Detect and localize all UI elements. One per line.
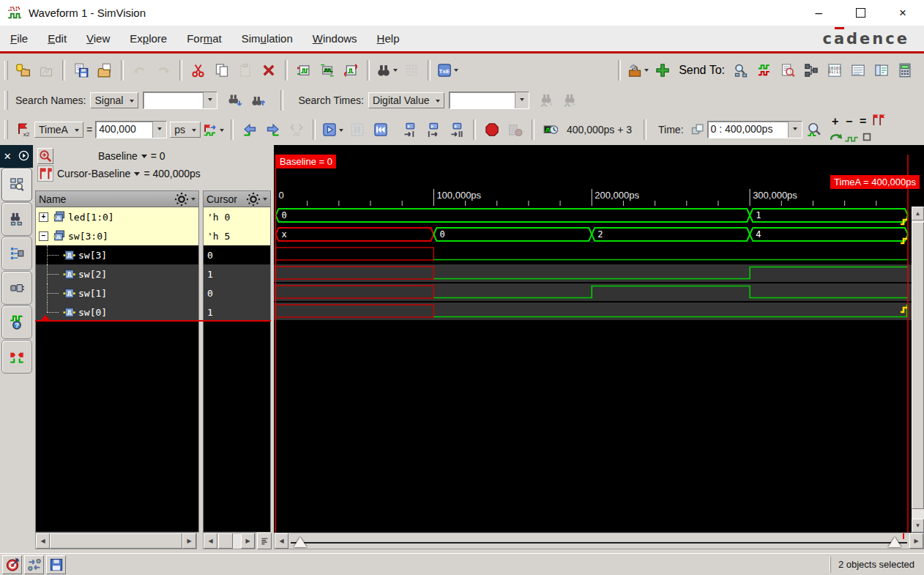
send-to-design-browser-button[interactable] (729, 59, 753, 82)
overview-left-arrow[interactable]: ◀ (275, 533, 288, 549)
minimize-button[interactable]: – (816, 7, 822, 19)
overview-track[interactable] (288, 533, 910, 549)
scroll-up-arrow[interactable]: ▲ (912, 207, 924, 220)
waveform-compare-tab[interactable] (1, 340, 32, 374)
cursor-value-sw[2][interactable]: 1 (204, 264, 270, 283)
save-button[interactable] (70, 59, 93, 82)
group-signals-button[interactable] (316, 59, 339, 82)
scroll-right-arrow[interactable]: ▶ (182, 533, 196, 549)
cursor-time-input[interactable]: 400,000 (95, 121, 167, 138)
name-hscrollbar[interactable]: ◀ ▶ (35, 533, 197, 549)
menu-explore[interactable]: Explore (130, 32, 167, 45)
send-to-register-button[interactable]: 1010101(1) (823, 59, 846, 82)
combo-dropdown-button[interactable] (203, 92, 217, 108)
zoom-out-button[interactable]: − (843, 115, 856, 128)
open-database-button[interactable] (11, 59, 34, 82)
menu-help[interactable]: Help (377, 32, 400, 45)
maximize-button[interactable] (856, 8, 865, 18)
signal-row-sw[3][interactable]: sw[3] (36, 245, 198, 264)
copy-button[interactable] (210, 59, 234, 82)
cursor-value-led[1:0][interactable]: 'h 0 (204, 207, 270, 226)
cursor-hscrollbar[interactable]: ◀ ▶ (203, 533, 256, 549)
chevron-down-icon[interactable] (134, 172, 140, 179)
connectivity-tab[interactable] (1, 271, 32, 305)
zoom-to-baseline-button[interactable] (37, 148, 53, 164)
zoom-wave-small-button[interactable] (844, 130, 859, 146)
cursor-baseline-button[interactable] (37, 166, 53, 182)
stop-simulation-button[interactable] (480, 118, 504, 141)
waveform-vscrollbar[interactable]: ▲ ▼ (912, 207, 924, 533)
cursor-value-sw[1][interactable]: 0 (204, 283, 270, 303)
cursor-value-sw[3][interactable]: 0 (204, 245, 270, 264)
send-to-calculator-button[interactable] (893, 59, 917, 82)
search-names-prev-button[interactable] (247, 89, 270, 112)
name-column-header[interactable]: Name (36, 191, 198, 207)
waveform-overview-bar[interactable]: ◀ ▶ (274, 533, 924, 549)
signal-row-sw[1][interactable]: sw[1] (36, 283, 198, 303)
menu-windows[interactable]: Windows (313, 32, 357, 45)
send-to-waveform-window-button[interactable] (753, 59, 776, 82)
overview-left-handle[interactable] (294, 537, 307, 547)
send-to-source-browser-button[interactable] (776, 59, 800, 82)
zoom-box-button[interactable] (860, 130, 874, 146)
search-names-type-select[interactable]: Signal (90, 92, 138, 108)
send-to-list-button[interactable] (846, 59, 870, 82)
link-status-button[interactable] (24, 555, 44, 574)
send-to-waveform-button[interactable] (292, 59, 316, 82)
zoom-mode-button[interactable] (802, 118, 826, 141)
search-names-input[interactable] (143, 92, 217, 109)
workspace-button[interactable] (625, 59, 651, 82)
baseline-cursor-label[interactable]: Baseline = 0 (276, 155, 336, 168)
undo-zoom-button[interactable] (829, 130, 843, 146)
signal-row-led[1:0][interactable]: +led[1:0] (36, 207, 198, 226)
waveform-query-tab[interactable]: ? (1, 305, 32, 339)
signal-row-sw[0][interactable]: sw[0] (36, 303, 198, 322)
cursor-flag-button[interactable]: x2 (11, 118, 34, 141)
zoom-fit-button[interactable]: = (857, 115, 870, 128)
overview-right-handle[interactable] (888, 537, 901, 547)
search-button[interactable] (374, 59, 400, 82)
delete-button[interactable] (257, 59, 280, 82)
menu-edit[interactable]: Edit (48, 32, 67, 45)
scroll-left-arrow[interactable]: ◀ (204, 533, 217, 549)
menu-file[interactable]: File (10, 32, 28, 45)
scroll-left-arrow[interactable]: ◀ (36, 533, 50, 549)
design-browser-tab[interactable] (1, 168, 32, 201)
target-status-button[interactable] (2, 555, 22, 574)
step-in-button[interactable] (398, 118, 422, 141)
step-over-button[interactable] (422, 118, 445, 141)
run-simulation-button[interactable] (320, 118, 346, 141)
chevron-down-icon[interactable] (141, 155, 147, 161)
collapse-button[interactable]: − (39, 231, 48, 241)
goto-cursor-button[interactable] (201, 118, 226, 141)
waveform-canvas[interactable]: 0100,000ps200,000ps300,000ps01x024 (274, 145, 912, 533)
search-results-tab[interactable] (1, 202, 32, 236)
save-status-button[interactable] (46, 555, 66, 574)
toolbar-grip[interactable] (4, 120, 8, 139)
signal-row-sw[3:0][interactable]: −sw[3:0] (36, 226, 198, 245)
time-cursor-select[interactable]: TimeA (34, 122, 83, 138)
scroll-right-arrow[interactable]: ▶ (241, 533, 255, 549)
expand-pane-button[interactable] (18, 150, 29, 163)
link-time-button[interactable] (688, 118, 707, 141)
search-names-next-button[interactable] (223, 89, 247, 112)
send-to-schematic-button[interactable] (800, 59, 823, 82)
column-list-button[interactable] (257, 533, 272, 549)
cut-button[interactable] (187, 59, 210, 82)
scroll-down-arrow[interactable]: ▼ (912, 519, 924, 533)
menu-format[interactable]: Format (187, 32, 222, 45)
cursor-value-sw[0][interactable]: 1 (204, 303, 270, 322)
close-pane-button[interactable]: ✕ (4, 151, 12, 162)
menu-simulation[interactable]: Simulation (242, 32, 293, 45)
name-column-options[interactable] (174, 192, 195, 207)
close-button[interactable]: × (899, 7, 906, 19)
reload-waveform-button[interactable] (339, 59, 362, 82)
add-button[interactable] (651, 59, 674, 82)
toolbar-grip[interactable] (4, 61, 8, 80)
expand-button[interactable]: + (39, 212, 48, 222)
transaction-explorer-button[interactable]: TxE (435, 59, 461, 82)
search-times-input[interactable] (449, 92, 529, 109)
zoom-cursors-button[interactable] (871, 113, 885, 130)
cursor-value-sw[3:0][interactable]: 'h 5 (204, 226, 270, 245)
overview-right-arrow[interactable]: ▶ (909, 533, 923, 549)
